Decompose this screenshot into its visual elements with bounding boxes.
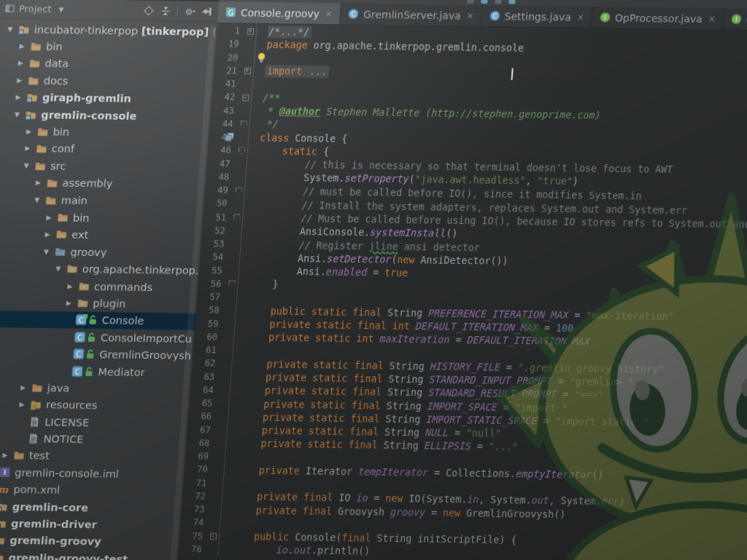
line-number: 43 — [210, 106, 239, 117]
fold-gutter — [237, 120, 249, 128]
collapsed-arrow-icon[interactable]: ▶ — [41, 230, 55, 238]
nav-glyph-3-icon[interactable] — [495, 0, 502, 4]
locate-icon[interactable] — [143, 5, 154, 15]
module-icon — [0, 552, 6, 560]
expanded-arrow-icon[interactable]: ▼ — [52, 265, 66, 272]
tree-item-gremlin-core[interactable]: ▶gremlin-core — [0, 497, 182, 517]
class-c-icon: C — [489, 10, 500, 21]
expanded-arrow-icon[interactable]: ▼ — [4, 26, 18, 33]
collapsed-arrow-icon[interactable]: ▶ — [16, 384, 30, 391]
tree-item-NOTICE[interactable]: NOTICE — [0, 429, 187, 449]
tab-label: GremlinServer.java — [363, 8, 461, 21]
tab-GremlinServer.java[interactable]: CGremlinServer.java× — [340, 3, 483, 26]
settings-icon[interactable]: ⚙ — [184, 6, 196, 16]
line-number: 48 — [206, 172, 234, 183]
tree-item-GremlinGroovysh[interactable]: CGremlinGroovysh — [0, 344, 193, 364]
collapsed-arrow-icon[interactable]: ▶ — [15, 401, 29, 408]
tab-Console.groovy[interactable]: GConsole.groovy× — [217, 1, 341, 24]
fold-plus-icon[interactable]: + — [247, 28, 254, 34]
tab-OpProcessor.java[interactable]: IOpProcessor.java× — [592, 7, 724, 29]
fold-end-icon[interactable] — [233, 214, 240, 221]
tree-item-commands[interactable]: ▶commands — [0, 276, 198, 295]
folder-icon — [11, 450, 26, 462]
tree-item-ConsoleImportCu[interactable]: CConsoleImportCu — [0, 327, 195, 347]
line-number: 60 — [194, 332, 222, 343]
line-number: 64 — [190, 384, 218, 395]
tab-label: Console.groovy — [240, 7, 320, 19]
collapsed-arrow-icon[interactable]: ▶ — [42, 214, 56, 221]
project-panel-title[interactable]: Project — [18, 3, 52, 15]
folder-icon — [28, 41, 44, 52]
code-text: import ... — [252, 66, 329, 77]
tree-item-label: conf — [51, 143, 74, 155]
tree-item-resources[interactable]: ▶resources — [0, 395, 190, 415]
line-number: 75 — [179, 531, 208, 542]
tree-item-label: docs — [43, 75, 69, 87]
tree-item-Console[interactable]: CConsole — [0, 310, 196, 330]
tree-item-java[interactable]: ▶java — [0, 378, 191, 398]
collapsed-arrow-icon[interactable]: ▶ — [14, 60, 28, 67]
tree-item-gremlin-console.iml[interactable]: Igremlin-console.iml — [0, 464, 185, 483]
tree-item-LICENSE[interactable]: LICENSE — [0, 412, 188, 432]
nav-glyph-1-icon[interactable] — [467, 0, 474, 4]
resources-icon — [28, 399, 44, 411]
nav-glyph-2-icon[interactable] — [481, 0, 488, 4]
tree-item-gremlin-driver[interactable]: ▶gremlin-driver — [0, 515, 181, 534]
tree-item-Mediator[interactable]: CMediator — [0, 361, 192, 381]
tree-item-label: resources — [46, 399, 98, 411]
code-editor[interactable]: 1+/*...*/19package org.apache.tinkerpop.… — [178, 24, 747, 560]
collapsed-arrow-icon[interactable]: ▶ — [12, 77, 26, 84]
nav-glyph-4-icon[interactable] — [508, 0, 516, 4]
line-number: 19 — [215, 39, 244, 50]
svg-text:C: C — [78, 316, 84, 324]
collapsed-arrow-icon[interactable]: ▶ — [63, 282, 77, 289]
collapsed-arrow-icon[interactable]: ▶ — [22, 128, 36, 135]
expanded-arrow-icon[interactable]: ▼ — [10, 111, 24, 118]
expanded-arrow-icon[interactable]: ▼ — [20, 162, 34, 169]
close-tab-icon[interactable]: × — [708, 14, 716, 24]
tab-Channelizer.j[interactable]: IChannelizer.j× — [723, 9, 747, 31]
line-number: 71 — [183, 478, 212, 489]
collapsed-arrow-icon[interactable]: ▶ — [31, 179, 45, 187]
collapsed-arrow-icon[interactable]: ▶ — [62, 299, 76, 306]
close-tab-icon[interactable]: × — [466, 10, 474, 20]
expanded-arrow-icon[interactable]: ▼ — [39, 248, 53, 255]
hide-icon[interactable] — [201, 6, 212, 16]
tree-item-label: bin — [53, 126, 70, 138]
fold-end-icon[interactable] — [235, 187, 242, 195]
textfile-icon — [27, 416, 42, 427]
fold-end-icon[interactable] — [228, 280, 236, 287]
line-number: 73 — [181, 505, 209, 516]
line-number: 53 — [201, 238, 229, 249]
module-icon — [23, 109, 39, 120]
fold-gutter: − — [239, 94, 252, 101]
fold-plus-icon[interactable]: + — [244, 68, 251, 74]
tree-item-gremlin-groovy[interactable]: ▶gremlin-groovy — [0, 532, 179, 551]
tree-item-label: main — [61, 195, 88, 206]
intention-bulb-icon[interactable] — [257, 52, 266, 63]
tree-item-label: org.apache.tinkerpop.c — [82, 263, 199, 276]
class-structure-icon[interactable] — [225, 132, 235, 141]
collapsed-arrow-icon[interactable]: ▶ — [21, 145, 35, 152]
tree-item-test[interactable]: ▶test — [0, 446, 186, 466]
collapsed-arrow-icon[interactable]: ▶ — [12, 93, 26, 101]
chevron-down-icon[interactable]: ▼ — [58, 6, 64, 13]
close-tab-icon[interactable]: × — [576, 12, 584, 22]
collapse-all-icon[interactable] — [160, 6, 171, 16]
fold-end-icon[interactable] — [240, 120, 247, 128]
tree-item-plugin[interactable]: ▶plugin — [0, 293, 197, 313]
tab-Settings.java[interactable]: CSettings.java× — [481, 5, 593, 28]
close-tab-icon[interactable]: × — [325, 9, 333, 19]
fold-end-icon[interactable] — [238, 147, 245, 155]
module-icon — [24, 92, 39, 104]
fold-minus-icon[interactable]: − — [209, 533, 217, 540]
folder-icon — [44, 177, 60, 189]
collapsed-arrow-icon[interactable]: ▶ — [0, 451, 12, 459]
collapsed-arrow-icon[interactable]: ▶ — [15, 42, 29, 50]
line-number: 65 — [189, 398, 217, 409]
expanded-arrow-icon[interactable]: ▼ — [30, 196, 44, 203]
tree-item-label: gremlin-console.iml — [15, 467, 120, 480]
tree-item-pom.xml[interactable]: mpom.xml — [0, 481, 183, 500]
tree-item-label: gremlin-core — [12, 501, 88, 513]
fold-minus-icon[interactable]: − — [242, 94, 249, 101]
